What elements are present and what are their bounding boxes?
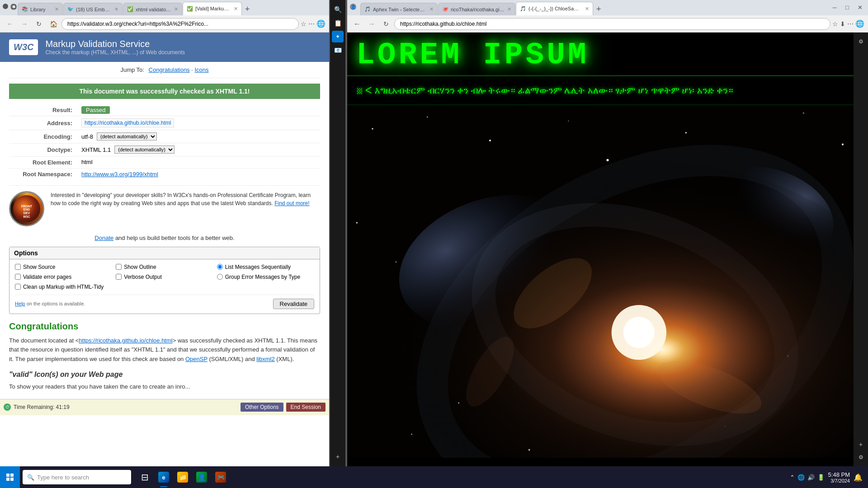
tab-us-embassy-label: (18) US Embassy... [76,7,112,12]
download-btn-right[interactable]: ⬇ [840,20,845,28]
back-btn-left[interactable]: ← [4,18,16,30]
address-input-left[interactable] [61,18,299,30]
other-options-button[interactable]: Other Options [241,403,283,412]
tab-valid-markup[interactable]: ✅ [Valid] Markup Val... ✕ [183,2,242,15]
list-messages-radio[interactable] [217,264,223,270]
donate-suffix: and help us build better tools for a bet… [115,235,235,241]
tab-close-chloe[interactable]: ✕ [585,6,589,12]
taskbar-apps: ⊟ e 📁 👤 🎮 [136,466,230,488]
taskbar-app-explorer[interactable]: 📁 [174,466,192,488]
new-tab-right[interactable]: + [594,3,604,15]
tab-xhtml-validator[interactable]: ✅ xhtml validator - S... ✕ [123,3,182,15]
taskbar-app-edge[interactable]: e [155,466,173,488]
jump-to-icons[interactable]: Icons [194,66,208,73]
doctype-select[interactable]: (detect automatically) [114,145,175,154]
cert-text: Interested in "developing" your develope… [51,191,320,207]
show-outline-checkbox[interactable] [116,264,122,270]
tab-us-embassy[interactable]: 🐦 (18) US Embassy... ✕ [63,3,123,15]
app-icon[interactable] [3,4,8,9]
libxml2-link[interactable]: libxml2 [256,356,274,362]
new-window-btn[interactable]: 🔲 [10,4,17,10]
right-sidebar-gear-bottom[interactable]: ⚙ [855,452,866,463]
address-row: Address: https://ricothaka.github.io/chl… [9,116,320,130]
chloe-header: LOREM IPSUM [347,33,868,76]
sidebar-search-icon[interactable]: 🔍 [332,4,344,15]
tab-close-xhtml[interactable]: ✕ [174,6,178,12]
refresh-btn-left[interactable]: ↻ [33,18,45,30]
tab-group-left: 📚 Library ✕ 🐦 (18) US Embassy... ✕ ✅ xht… [18,2,253,15]
donate-link[interactable]: Donate [94,235,113,241]
start-button[interactable] [0,466,20,488]
verbose-output-text: Verbose Output [124,274,161,280]
taskbar-app-other[interactable]: 🎮 [212,466,230,488]
taskbar-app-taskview[interactable]: ⊟ [136,466,154,488]
help-link[interactable]: Help [15,301,25,306]
sidebar-collections-icon[interactable]: 📋 [332,17,344,29]
right-sidebar-plus[interactable]: ＋ [855,439,866,450]
options-box: Options Show Source Show Outline [9,247,320,314]
verbose-output-checkbox[interactable] [116,274,122,280]
encoding-select[interactable]: (detect automatically) [97,132,157,141]
congrats-title: Congratulations [9,321,320,332]
taskbar-search-box[interactable]: 🔍 Type here to search [23,470,131,484]
new-tab-button[interactable]: + [242,3,253,15]
clock[interactable]: 5:48 PM 3/7/2024 [828,471,850,483]
jump-to-congratulations[interactable]: Congratulations [149,66,190,73]
tab-aphex[interactable]: 🎵 Aphex Twin - Selected A... ✕ [360,3,438,15]
more-btn-left[interactable]: ⋯ [308,20,315,28]
clean-up-checkbox[interactable] [15,284,21,290]
galaxy-section [347,105,868,458]
w3c-title-area: Markup Validation Service Check the mark… [45,39,185,56]
tab-library[interactable]: 📚 Library ✕ [18,3,63,15]
cert-link[interactable]: Find out more! [274,200,309,206]
sidebar-active-icon[interactable]: ✦ [332,31,344,42]
close-right[interactable]: ✕ [854,2,865,13]
options-footer: Help on the options is available. Revali… [15,295,314,309]
revalidate-button[interactable]: Revalidate [273,299,314,309]
edge-icon-right[interactable]: 🌐 [855,19,864,28]
cert-image: FRONTENDDEVW3C [9,191,44,226]
tab-ricothaka[interactable]: 🐙 ricoThaka/ricothaka.github.io ✕ [438,3,515,15]
root-namespace-link[interactable]: http://www.w3.org/1999/xhtml [81,171,158,178]
tab-close-library[interactable]: ✕ [55,6,59,12]
tab-close-embassy[interactable]: ✕ [114,6,118,12]
home-btn-left[interactable]: 🏠 [47,18,60,30]
svg-point-6 [803,113,804,114]
left-sidebar-icons: 🔍 📋 ✦ 📧 ＋ [330,0,345,466]
address-value: https://ricothaka.github.io/chloe.html [81,118,174,127]
tab-close-aphex[interactable]: ✕ [429,6,434,12]
back-btn-right[interactable]: ← [351,18,363,30]
congratulations-section: Congratulations The document located at … [9,321,320,399]
minimize-right[interactable]: ─ [829,2,840,13]
edge-icon-left[interactable]: 🌐 [316,19,326,28]
help-suffix: on the options is available. [27,301,85,306]
sidebar-outlook-icon[interactable]: 📧 [332,44,344,56]
show-source-checkbox[interactable] [15,264,21,270]
address-input-right[interactable] [394,18,830,30]
sidebar-plus-icon[interactable]: ＋ [332,451,344,463]
congrats-url-link[interactable]: https://ricothaka.github.io/chloe.html [79,337,172,344]
forward-btn-left[interactable]: → [18,18,31,30]
right-user-btn[interactable]: 👤 [350,4,356,10]
star-btn-right[interactable]: ☆ [832,20,838,28]
notification-icon[interactable]: 🔔 [854,473,863,482]
opensp-link[interactable]: OpenSP [185,356,208,362]
forward-btn-right[interactable]: → [365,18,378,30]
system-tray-expand[interactable]: ⌃ [790,474,795,481]
tab-chloe-active[interactable]: 🎵 (-{-(_-_)_-}) ChloeSample (… ✕ [516,2,593,15]
taskbar-app-people[interactable]: 👤 [193,466,211,488]
tab-close-valid[interactable]: ✕ [234,6,238,12]
right-sidebar-settings[interactable]: ⚙ [855,36,866,47]
refresh-btn-right[interactable]: ↻ [380,18,392,30]
valid-icons-text: To show your readers that you have taken… [9,382,320,392]
tab-close-rico[interactable]: ✕ [507,6,511,12]
result-row: Result: Passed [9,104,320,116]
validate-error-checkbox[interactable] [15,274,21,280]
group-error-radio[interactable] [217,274,223,280]
more-btn-right[interactable]: ⋯ [847,20,854,28]
maximize-right[interactable]: □ [842,2,853,13]
encoding-cell: utf-8 (detect automatically) [77,130,320,143]
edge-app-icon: e [158,472,169,483]
star-btn-left[interactable]: ☆ [301,20,307,28]
end-session-button[interactable]: End Session [286,403,326,412]
